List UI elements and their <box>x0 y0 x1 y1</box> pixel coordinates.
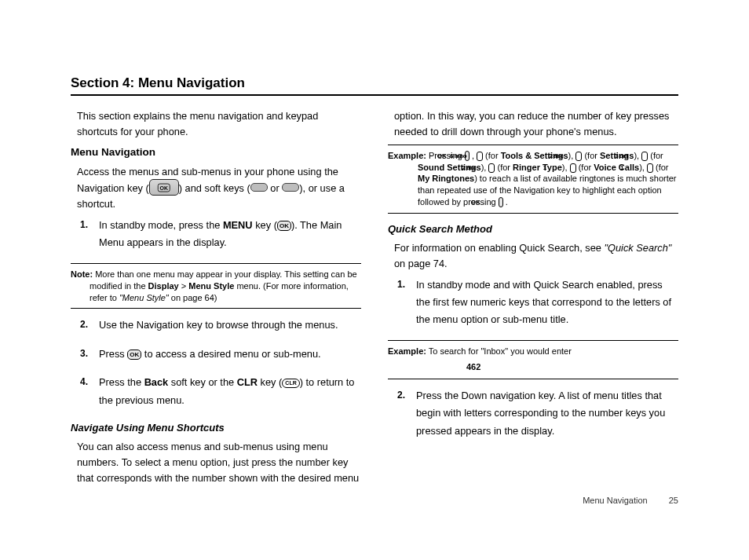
text: or <box>268 182 283 194</box>
intro-paragraph: This section explains the menu navigatio… <box>71 108 361 140</box>
text: In standby mode, press the <box>99 219 223 231</box>
section-rule <box>71 94 678 96</box>
note-rule-bottom <box>71 308 361 309</box>
num-key-icon: 6 mno <box>477 152 483 161</box>
quick-search-paragraph: For information on enabling Quick Search… <box>388 240 678 272</box>
note-rule-top <box>71 263 361 264</box>
text: key ( <box>258 376 282 388</box>
left-column: This section explains the menu navigatio… <box>71 108 361 491</box>
example-rule-top <box>388 145 678 145</box>
access-paragraph: Access the menus and sub-menus in your p… <box>71 164 361 212</box>
list-item: 3. Press OK to access a desired menu or … <box>99 346 361 363</box>
right-column: option. In this way, you can reduce the … <box>388 108 678 491</box>
text-bold: 462 <box>466 362 480 372</box>
text-bold: Ringer Type <box>513 163 562 172</box>
text: soft key or the <box>168 376 237 388</box>
text-italic: "Menu Style" <box>119 293 169 302</box>
text: ), <box>568 151 576 160</box>
ok-key-icon: OK <box>277 221 291 231</box>
example2-rule-bottom <box>388 379 678 379</box>
note-block: Note: More than one menu may appear in y… <box>71 269 361 304</box>
text: (for <box>648 151 663 160</box>
clr-key-icon: CLR <box>282 379 299 388</box>
text: ), <box>481 163 489 172</box>
menu-key-label: MENU <box>223 219 253 231</box>
example-block: Example: Pressing OK , 6 mno (for Tools … <box>388 150 678 208</box>
shortcuts-paragraph: You can also access menus and sub-menus … <box>71 439 361 485</box>
example-lead: Example: <box>388 151 426 160</box>
list-item: 2. Press the Down navigation key. A list… <box>416 387 678 440</box>
text: . <box>503 197 508 207</box>
page-number: 25 <box>669 496 678 505</box>
text: (for <box>582 151 600 160</box>
text: key ( <box>253 219 277 231</box>
text: Press the <box>99 376 144 388</box>
text: For information on enabling Quick Search… <box>394 242 604 254</box>
example2-rule-top <box>388 340 678 341</box>
list-item: 2. Use the Navigation key to browse thro… <box>99 317 361 334</box>
heading-menu-navigation: Menu Navigation <box>71 145 361 161</box>
num-key-icon: 1 <box>570 163 576 173</box>
step-number: 1. <box>80 217 88 233</box>
list-item: 1. In standby mode, press the MENU key (… <box>99 217 361 252</box>
num-key-icon: 1 <box>647 163 653 173</box>
text: > <box>179 281 189 291</box>
text-bold: Menu Style <box>188 281 234 291</box>
text: ), <box>639 163 647 172</box>
example-lead: Example: <box>388 346 426 356</box>
text-italic: "Quick Search" <box>604 242 671 254</box>
footer-label: Menu Navigation <box>583 496 648 505</box>
text: Press the Down navigation key. A list of… <box>416 390 665 437</box>
text: on page 64) <box>169 293 217 302</box>
heading-shortcuts: Navigate Using Menu Shortcuts <box>71 420 361 436</box>
text: on page 74. <box>394 258 448 269</box>
text: (for <box>495 163 513 172</box>
example-rule-bottom <box>388 213 678 214</box>
list-item: 4. Press the Back soft key or the CLR ke… <box>99 374 361 409</box>
text-bold: CLR <box>237 376 258 388</box>
text: ), <box>562 163 570 172</box>
soft-key-icon <box>250 183 268 192</box>
text: (for <box>653 163 669 172</box>
text-bold: Voice Calls <box>594 163 639 172</box>
text: Press <box>99 348 127 360</box>
ok-key-icon: OK <box>127 350 141 360</box>
heading-quick-search: Quick Search Method <box>388 221 678 237</box>
step-number: 2. <box>80 317 88 333</box>
navigation-key-icon <box>149 179 179 196</box>
text-bold: My Ringtones <box>418 174 474 183</box>
note-lead: Note: <box>71 269 93 279</box>
page-footer: Menu Navigation 25 <box>583 496 678 505</box>
soft-key-icon <box>282 183 299 192</box>
step-number: 3. <box>80 346 88 362</box>
continuation-paragraph: option. In this way, you can reduce the … <box>388 108 678 140</box>
text: (for <box>576 163 594 172</box>
text: Use the Navigation key to browse through… <box>99 319 338 331</box>
num-key-icon: 3 def <box>641 152 648 161</box>
step-number: 2. <box>397 387 405 404</box>
text: to access a desired menu or sub-menu. <box>141 348 320 360</box>
example-value: 462 <box>388 361 678 374</box>
text: ) and soft keys ( <box>179 182 250 194</box>
text: (for <box>483 151 501 160</box>
step-number: 1. <box>397 276 405 293</box>
text: ), <box>634 151 641 160</box>
list-item: 1. In standby mode and with Quick Search… <box>416 276 678 329</box>
example-block-2: Example: To search for "Inbox" you would… <box>388 346 678 357</box>
text: To search for "Inbox" you would enter <box>426 346 572 356</box>
text: , <box>469 151 477 160</box>
section-title: Section 4: Menu Navigation <box>71 75 678 91</box>
text-bold: Display <box>148 281 179 291</box>
step-number: 4. <box>80 374 88 390</box>
text: In standby mode and with Quick Search en… <box>416 279 671 326</box>
text-bold: Back <box>144 376 169 388</box>
